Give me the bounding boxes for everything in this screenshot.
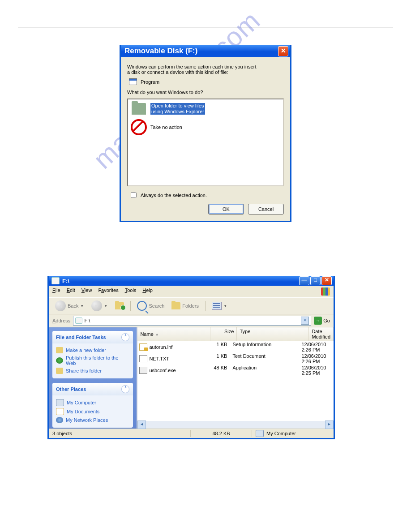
col-date[interactable]: Date Modified [309,327,334,341]
action-listbox[interactable]: Open folder to view files using Windows … [127,99,284,186]
address-input[interactable]: F:\ ▾ [73,316,311,326]
back-button[interactable]: ◄ Back ▾ [52,300,87,312]
search-button[interactable]: Search [134,300,167,312]
scroll-left-icon[interactable]: ◂ [137,420,146,429]
tasks-title: File and Folder Tasks [56,335,106,340]
back-arrow-icon: ◄ [55,300,66,311]
col-size[interactable]: Size [210,327,237,341]
status-location: My Computer [252,429,334,438]
link-my-network[interactable]: My Network Places [56,416,129,424]
exe-file-icon [139,367,147,374]
chevron-up-icon[interactable]: ˄ [121,385,129,393]
always-checkbox-label: Always do the selected action. [141,193,207,198]
table-row[interactable]: autorun.inf 1 KB Setup Information 12/06… [137,341,334,353]
address-bar: Address F:\ ▾ → Go [49,314,334,327]
col-type[interactable]: Type [237,327,309,341]
table-row[interactable]: NET.TXT 1 KB Text Document 12/06/2010 2:… [137,353,334,365]
action-open-line2: using Windows Explorer [150,109,205,115]
tasks-panel: File and Folder Tasks ˄ Make a new folde… [52,331,133,378]
folders-label: Folders [182,303,199,309]
folders-icon [171,302,180,309]
chevron-up-icon[interactable]: ˄ [121,333,129,341]
program-icon [129,78,137,85]
documents-icon [56,408,64,415]
status-size: 48.2 KB [191,430,252,437]
folder-up-icon [115,302,124,309]
task-publish[interactable]: Publish this folder to the Web [56,354,129,367]
file-pane: Name ▲ Size Type Date Modified autorun.i… [137,327,334,429]
forward-dropdown-icon[interactable]: ▾ [104,304,108,308]
link-my-computer[interactable]: My Computer [56,398,129,407]
back-label: Back [68,303,78,309]
folders-button[interactable]: Folders [169,301,201,310]
computer-icon [256,430,264,437]
no-action-icon [131,119,147,135]
computer-icon [56,399,64,406]
minimize-icon[interactable]: ― [299,276,309,285]
action-no-label: Take no action [150,124,182,130]
status-objects: 3 objects [49,430,191,437]
address-dropdown-icon[interactable]: ▾ [301,317,309,325]
sort-asc-icon: ▲ [155,332,159,336]
dialog-prompt: What do you want Windows to do? [127,90,284,95]
share-folder-icon [56,368,63,374]
drive-icon [75,317,82,324]
forward-button[interactable]: ► ▾ [89,300,111,312]
menu-help[interactable]: Help [142,287,153,296]
menu-file[interactable]: File [52,287,60,296]
file-list[interactable]: autorun.inf 1 KB Setup Information 12/06… [137,341,334,421]
inf-file-icon [139,343,147,351]
action-take-no-action[interactable]: Take no action [131,119,280,135]
tasks-header[interactable]: File and Folder Tasks ˄ [52,331,133,343]
address-value: F:\ [84,318,90,323]
cancel-button[interactable]: Cancel [248,204,284,215]
task-share[interactable]: Share this folder [56,367,129,375]
go-button[interactable]: → Go [314,317,330,325]
dialog-intro: Windows can perform the same action each… [127,64,284,75]
search-label: Search [149,303,164,309]
go-label: Go [323,318,330,323]
views-button[interactable]: ▾ [209,301,230,311]
sidebar: File and Folder Tasks ˄ Make a new folde… [49,327,137,429]
folder-icon [132,103,146,115]
maximize-icon[interactable]: □ [310,276,321,285]
address-label: Address [52,318,70,323]
link-my-documents[interactable]: My Documents [56,407,129,416]
ok-button[interactable]: OK [208,204,244,215]
menu-edit[interactable]: Edit [67,287,75,296]
table-row[interactable]: usbconf.exe 48 KB Application 12/06/2010… [137,365,334,376]
txt-file-icon [139,355,147,362]
close-icon[interactable]: ✕ [321,276,332,285]
close-icon[interactable]: ✕ [278,46,288,56]
go-arrow-icon: → [314,317,322,325]
action-open-folder[interactable]: Open folder to view files using Windows … [131,102,280,116]
task-make-folder[interactable]: Make a new folder [56,346,129,354]
menubar: File Edit View Favorites Tools Help [49,286,334,297]
always-checkbox[interactable] [131,192,137,198]
other-places-header[interactable]: Other Places ˄ [52,383,133,395]
menu-favorites[interactable]: Favorites [98,287,118,296]
views-dropdown-icon[interactable]: ▾ [223,304,227,308]
col-name[interactable]: Name ▲ [137,327,210,341]
explorer-titlebar[interactable]: F:\ ― □ ✕ [49,276,334,286]
search-icon [137,301,147,311]
drive-icon [51,277,60,284]
dialog-intro-line2: a disk or connect a device with this kin… [127,69,228,75]
scroll-right-icon[interactable]: ▸ [325,420,334,429]
up-button[interactable] [112,301,127,310]
toolbar-separator [205,301,206,311]
menu-tools[interactable]: Tools [125,287,137,296]
back-dropdown-icon[interactable]: ▾ [80,304,84,308]
scroll-track[interactable] [146,421,325,429]
statusbar: 3 objects 48.2 KB My Computer [49,429,334,438]
horizontal-scrollbar[interactable]: ◂ ▸ [137,421,334,429]
views-icon [212,302,222,310]
column-headers: Name ▲ Size Type Date Modified [137,327,334,341]
always-checkbox-row[interactable]: Always do the selected action. [129,191,284,199]
toolbar-separator [130,301,131,311]
folder-icon [56,347,63,353]
toolbar: ◄ Back ▾ ► ▾ Search Folders ▾ [49,297,334,314]
dialog-titlebar[interactable]: Removable Disk (F:) ✕ [121,45,290,57]
menu-view[interactable]: View [81,287,92,296]
forward-arrow-icon: ► [91,300,102,311]
